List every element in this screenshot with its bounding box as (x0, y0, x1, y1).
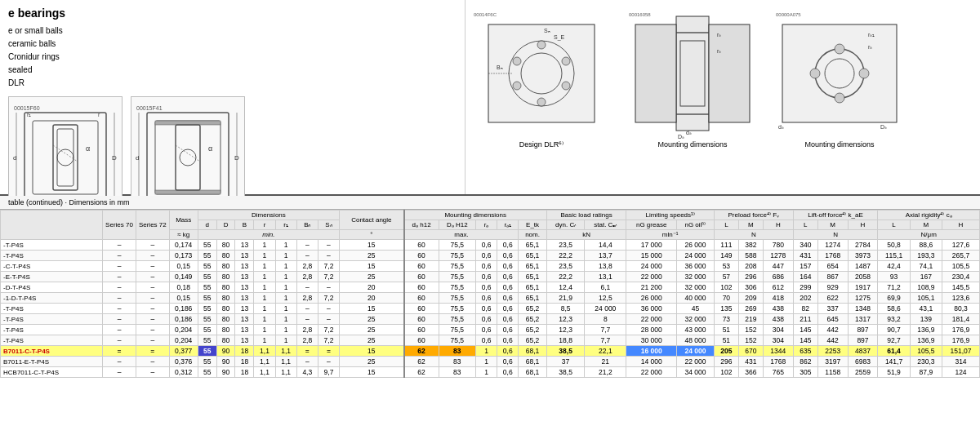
table-cell: 135 (714, 304, 738, 314)
table-cell: 0,6 (497, 367, 519, 378)
table-cell: 80 (216, 325, 235, 335)
table-cell: 13,7 (585, 251, 626, 261)
table-cell: 0,6 (476, 251, 497, 261)
table-cell: 13 (235, 240, 254, 251)
svg-text:D: D (112, 154, 117, 162)
svg-text:α: α (208, 144, 212, 153)
th-ng-grease: nG grease (626, 220, 677, 230)
table-cell: 48 000 (676, 335, 714, 346)
table-cell: 37 (546, 357, 585, 367)
svg-text:rₐ: rₐ (717, 48, 721, 54)
table-cell: 0,6 (476, 314, 497, 325)
table-cell: -T-P4S (1, 304, 103, 314)
table-cell: 24 000 (585, 304, 626, 314)
table-cell: 230,3 (910, 357, 942, 367)
table-cell: 0,6 (497, 272, 519, 282)
table-cell: 28 000 (626, 325, 677, 335)
table-cell: 65,1 (519, 261, 546, 272)
th-ca-M: M (910, 220, 942, 230)
mounting-dim-2-svg: 00000A075 rₐ₁ rₐ dₐ (774, 8, 905, 139)
table-cell: 305 (793, 367, 817, 378)
table-cell: 12,5 (585, 293, 626, 304)
table-cell: 32 000 (676, 282, 714, 293)
table-cell: 80 (216, 282, 235, 293)
table-cell: 14 000 (626, 357, 677, 367)
table-cell: 68,1 (519, 367, 546, 378)
table-cell: 152 (738, 335, 763, 346)
table-cell: 90 (216, 367, 235, 378)
th-kae-M: M (817, 220, 848, 230)
table-cell: 58,6 (878, 304, 910, 314)
table-cell: – (103, 367, 136, 378)
table-cell: -T-P4S (1, 240, 103, 251)
svg-rect-56 (782, 24, 897, 122)
table-cell: 53 (714, 261, 738, 272)
table-cell: = (296, 346, 318, 357)
table-cell: 765 (763, 367, 793, 378)
table-cell: – (318, 314, 339, 325)
table-cell: -T-P4S (1, 314, 103, 325)
table-cell: 123,6 (942, 293, 980, 304)
table-cell: 340 (793, 240, 817, 251)
table-cell: – (136, 335, 169, 346)
table-cell: 1 (254, 304, 275, 314)
table-cell: 208 (738, 261, 763, 272)
th-SN: Sₙ (318, 220, 339, 230)
table-cell: 80 (216, 261, 235, 272)
table-cell: 55 (198, 314, 216, 325)
table-scroll-area[interactable]: Series 70 Series 72 Mass Dimensions Cont… (0, 210, 980, 448)
table-cell: 0,6 (497, 261, 519, 272)
table-cell: 55 (198, 240, 216, 251)
feature-5: DLR (8, 77, 457, 90)
left-panel: e bearings e or small balls ceramic ball… (0, 0, 466, 194)
table-cell: 55 (198, 272, 216, 282)
table-row: -1-D-T-P4S––0,15558013112,87,2206075,50,… (1, 293, 980, 304)
table-cell: 0,6 (476, 272, 497, 282)
table-cell: 24 000 (626, 261, 677, 272)
table-cell: 3973 (848, 251, 878, 261)
table-cell: 83 (439, 346, 475, 357)
page-title: e bearings (8, 7, 457, 20)
th-m-unit: ≈ kg (169, 230, 198, 240)
table-cell: 55 (198, 346, 216, 357)
table-cell: 92,7 (878, 335, 910, 346)
feature-1: e or small balls (8, 24, 457, 38)
table-cell: 0,6 (497, 346, 519, 357)
table-cell: 862 (793, 357, 817, 367)
table-cell: – (103, 282, 136, 293)
table-cell: 1487 (848, 261, 878, 272)
table-cell: 65,2 (519, 325, 546, 335)
table-cell: 93,2 (878, 314, 910, 325)
table-cell: 0,15 (169, 261, 198, 272)
th-name (1, 211, 103, 240)
table-row: B7011-C-T-P4S==0,3775590181,11,1==156283… (1, 346, 980, 357)
svg-point-22 (180, 149, 196, 166)
table-cell: 1 (275, 325, 296, 335)
table-cell: 102 (714, 367, 738, 378)
table-cell: 65,2 (519, 335, 546, 346)
table-cell: 36 000 (626, 304, 677, 314)
table-cell: 181,4 (942, 314, 980, 325)
table-cell: 90,7 (878, 325, 910, 335)
table-cell: – (103, 325, 136, 335)
th-dyn: dyn. Cᵣ (546, 220, 585, 230)
table-cell: 24 000 (676, 251, 714, 261)
table-cell: 1 (476, 367, 497, 378)
table-cell: 7,2 (318, 293, 339, 304)
table-cell: 93 (878, 272, 910, 282)
th-angle-unit: ° (340, 230, 404, 240)
table-cell: 21 (585, 357, 626, 367)
table-cell: 18,8 (546, 335, 585, 346)
table-cell: 145,5 (942, 282, 980, 293)
svg-point-38 (537, 98, 546, 106)
table-cell: 50,8 (878, 240, 910, 251)
table-row: -T-P4S––0,204558013112,87,2256075,50,60,… (1, 325, 980, 335)
table-cell: 75,5 (439, 282, 475, 293)
table-cell: 0,376 (169, 357, 198, 367)
th-limiting-speed: Limiting speeds³⁾ (626, 211, 715, 220)
th-mount-unit: max. (404, 230, 519, 240)
table-cell: 75,5 (439, 272, 475, 282)
table-cell: 55 (198, 335, 216, 346)
table-cell: 6,1 (585, 282, 626, 293)
bottom-section: table (continued) · Dimensions in mm Ser… (0, 196, 980, 448)
